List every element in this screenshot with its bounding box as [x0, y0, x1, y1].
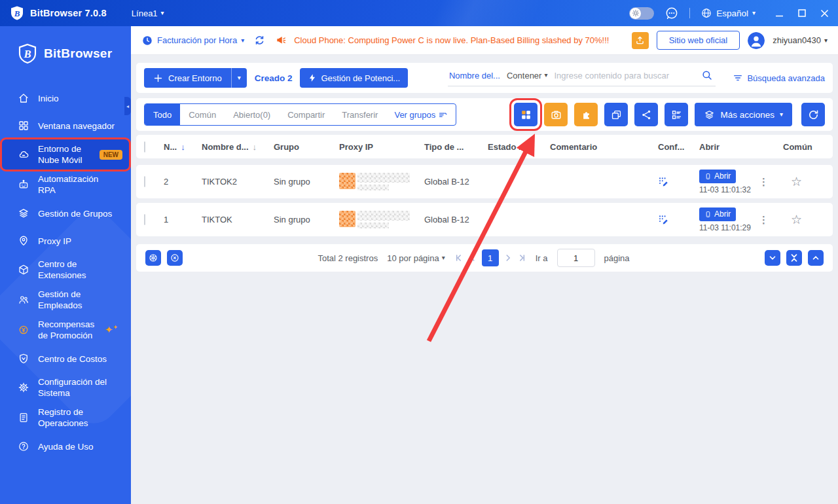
- tab-comun[interactable]: Común: [180, 104, 225, 125]
- advanced-search-link[interactable]: Búsqueda avanzada: [733, 73, 825, 83]
- row-checkbox[interactable]: [144, 214, 145, 225]
- search-icon[interactable]: [701, 69, 713, 81]
- brand: B BitBrowser: [0, 26, 131, 64]
- scroll-up-button[interactable]: [808, 250, 824, 266]
- next-page-button[interactable]: [503, 253, 513, 262]
- chevron-down-icon: ▾: [544, 72, 547, 79]
- sidebar-item-entorno-nube-movil[interactable]: Entorno de Nube Móvil NEW: [2, 139, 129, 170]
- clone-windows-icon: [610, 109, 623, 121]
- proxy-ip-redacted: [339, 173, 424, 190]
- circle-x-button[interactable]: [167, 250, 183, 266]
- sidebar-item-configuracion-sistema[interactable]: Configuración del Sistema: [0, 372, 131, 403]
- people-icon: [18, 294, 29, 306]
- app-window: B BitBrowser 7.0.8 Línea1 ▾ Español ▾: [0, 0, 838, 504]
- more-actions-button[interactable]: Más acciones ▾: [695, 103, 792, 126]
- layers-icon: [704, 109, 715, 120]
- scroll-down-button[interactable]: [765, 250, 780, 266]
- row-menu-button[interactable]: ⋮: [759, 176, 769, 188]
- favorite-star-icon[interactable]: ☆: [791, 213, 802, 226]
- language-selector[interactable]: Español ▾: [701, 7, 756, 19]
- sidebar-item-proxy-ip[interactable]: Proxy IP: [0, 227, 131, 255]
- announcement-text: Cloud Phone: Computing Power C is now li…: [294, 35, 609, 45]
- sidebar-item-gestion-grupos[interactable]: Gestión de Grupos: [0, 200, 131, 227]
- search-condition-dropdown[interactable]: Contener ▾: [507, 71, 548, 81]
- main-area: Facturación por Hora ▾ Cloud Phone: Comp…: [131, 26, 838, 504]
- proxy-ip-redacted: [339, 211, 424, 228]
- maximize-button[interactable]: [798, 9, 806, 17]
- sort-lines-icon: [438, 110, 448, 120]
- upload-button[interactable]: [632, 32, 649, 49]
- first-page-button[interactable]: [454, 253, 464, 262]
- search-field-selector[interactable]: Nombre del...: [449, 71, 500, 81]
- wheel-icon: [148, 253, 158, 263]
- sidebar-menu: Inicio Ventana navegador Entorno de Nube…: [0, 84, 131, 460]
- last-page-button[interactable]: [517, 253, 526, 262]
- list-layout-icon: [670, 109, 683, 121]
- wheel-button[interactable]: [145, 250, 161, 266]
- tab-transferir[interactable]: Transferir: [333, 104, 386, 125]
- line-selector[interactable]: Línea1 ▾: [132, 9, 164, 18]
- avatar[interactable]: [748, 32, 765, 49]
- chevron-down-icon: ▾: [241, 37, 244, 44]
- close-button[interactable]: [820, 9, 829, 18]
- current-page[interactable]: 1: [482, 249, 499, 266]
- camera-store-button[interactable]: [544, 103, 568, 126]
- sidebar-item-registro-operaciones[interactable]: Registro de Operaciones: [0, 403, 131, 433]
- per-page-dropdown[interactable]: 10 por página ▾: [387, 253, 445, 263]
- collapse-rows-button[interactable]: [786, 250, 802, 266]
- open-button[interactable]: Abrir: [699, 207, 736, 221]
- refresh-button[interactable]: [801, 103, 825, 126]
- view-groups-link[interactable]: Ver grupos: [386, 110, 456, 120]
- sidebar-item-gestion-empleados[interactable]: Gestión de Empleados: [0, 285, 131, 315]
- app-grid-button[interactable]: [514, 103, 537, 126]
- new-badge: NEW: [100, 150, 122, 160]
- open-button[interactable]: Abrir: [699, 170, 736, 183]
- sidebar-item-ventana-navegador[interactable]: Ventana navegador: [0, 112, 131, 139]
- action-buttons: Más acciones ▾: [514, 103, 825, 126]
- support-chat-icon[interactable]: [665, 6, 679, 20]
- billing-mode-dropdown[interactable]: Facturación por Hora ▾: [141, 35, 244, 46]
- tab-compartir[interactable]: Compartir: [279, 104, 333, 125]
- row-checkbox[interactable]: [144, 176, 145, 187]
- official-site-button[interactable]: Sitio web oficial: [657, 31, 740, 50]
- sidebar-item-centro-extensiones[interactable]: Centro de Extensiones: [0, 255, 131, 285]
- clone-window-button[interactable]: [604, 103, 628, 126]
- brand-logo-icon: B: [17, 43, 38, 64]
- sync-icon[interactable]: [253, 34, 266, 46]
- search-input[interactable]: [554, 71, 695, 81]
- create-environment-button[interactable]: Crear Entorno ▾: [144, 68, 247, 88]
- home-icon: [18, 92, 29, 104]
- power-management-button[interactable]: Gestión de Potenci...: [300, 68, 408, 88]
- sidebar-item-recompensas-promocion[interactable]: Recompensas de Promoción ✦✦: [0, 315, 131, 345]
- sidebar-item-inicio[interactable]: Inicio: [0, 84, 131, 112]
- favorite-star-icon[interactable]: ☆: [791, 175, 802, 189]
- sun-icon: [630, 8, 641, 19]
- tab-abierto[interactable]: Abierto(0): [225, 104, 279, 125]
- sort-desc-icon[interactable]: ↓: [181, 142, 185, 152]
- sidebar-item-ayuda-uso[interactable]: Ayuda de Uso: [0, 433, 131, 460]
- row-menu-button[interactable]: ⋮: [759, 214, 769, 226]
- user-menu[interactable]: zhiyuan0430 ▾: [773, 35, 828, 45]
- tab-todo[interactable]: Todo: [145, 104, 180, 125]
- extensions-button[interactable]: [574, 103, 598, 126]
- tabs-row: Todo Común Abierto(0) Compartir Transfer…: [136, 98, 833, 131]
- goto-page-input[interactable]: [557, 249, 595, 267]
- prev-page-button[interactable]: [468, 253, 477, 262]
- share-button[interactable]: [634, 103, 658, 126]
- filter-icon: [733, 73, 743, 83]
- chevron-down-icon: ▾: [442, 255, 445, 261]
- create-dropdown-segment[interactable]: ▾: [231, 68, 247, 88]
- fingerprint-config-icon[interactable]: [658, 214, 699, 225]
- minimize-button[interactable]: [775, 9, 784, 18]
- select-all-checkbox[interactable]: [144, 141, 145, 153]
- list-view-button[interactable]: [665, 103, 688, 126]
- gear-icon: [18, 382, 29, 393]
- theme-toggle[interactable]: [629, 7, 654, 20]
- sort-icon[interactable]: ↓: [253, 142, 257, 152]
- chevron-down-icon: ▾: [780, 111, 783, 118]
- sidebar-item-centro-costos[interactable]: Centro de Costos: [0, 345, 131, 372]
- sidebar-item-automatizacion-rpa[interactable]: Automatización RPA: [0, 170, 131, 200]
- fingerprint-config-icon[interactable]: [658, 176, 699, 187]
- puzzle-icon: [580, 109, 592, 121]
- lightning-icon: [308, 73, 317, 82]
